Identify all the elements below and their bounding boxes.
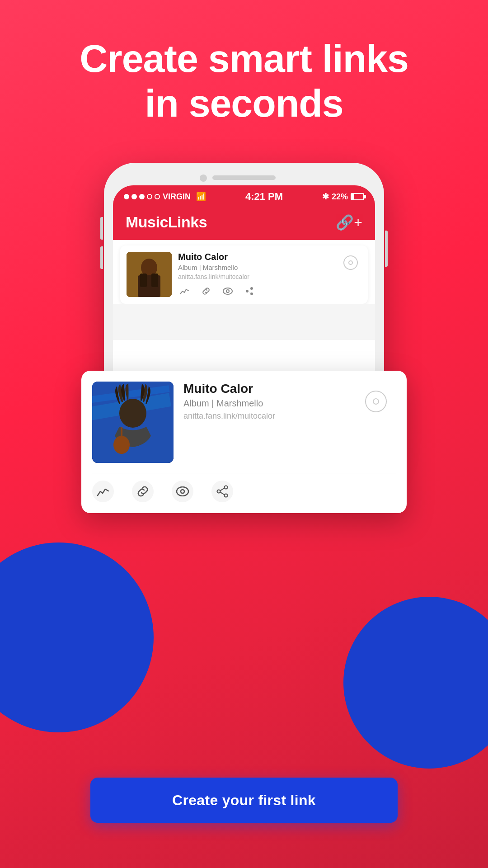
signal-dot-4 <box>147 194 152 199</box>
link-icon-small[interactable] <box>200 285 212 297</box>
hero-title-line2: in seconds <box>145 81 343 125</box>
hero-title-line1: Create smart links <box>80 37 408 80</box>
card-thumbnail-small <box>127 252 172 297</box>
card-expanded-url: anitta.fans.link/muitocalor <box>183 411 396 421</box>
create-first-link-button[interactable]: Create your first link <box>90 778 398 823</box>
front-camera <box>200 175 207 182</box>
volume-down-button <box>100 246 103 269</box>
card-info-small: Muito Calor Album | Marshmello anitta.fa… <box>178 252 361 297</box>
signal-dot-2 <box>131 194 137 199</box>
svg-line-18 <box>220 488 224 491</box>
svg-rect-3 <box>140 274 147 287</box>
card-expanded-subtitle: Album | Marshmello <box>183 398 396 409</box>
svg-rect-12 <box>121 427 122 447</box>
svg-point-14 <box>181 490 184 493</box>
analytics-icon-large[interactable] <box>92 481 114 502</box>
card-expanded-inner: Muito Calor Album | Marshmello anitta.fa… <box>92 382 396 463</box>
battery-percent: 22% <box>332 192 348 202</box>
svg-point-15 <box>225 486 228 489</box>
card-actions-small <box>178 285 361 297</box>
battery-tip <box>364 195 366 198</box>
phone-speaker <box>212 175 276 180</box>
wifi-icon: 📶 <box>196 192 206 202</box>
status-left: VIRGIN 📶 <box>124 192 206 202</box>
signal-dot-5 <box>155 194 160 199</box>
share-icon-large[interactable] <box>211 481 233 502</box>
svg-point-6 <box>226 290 229 292</box>
phone-bottom-area <box>113 304 375 340</box>
card-title-small: Muito Calor <box>178 252 361 262</box>
svg-point-16 <box>217 490 221 493</box>
preview-icon-small[interactable] <box>221 285 234 297</box>
artist-image-small <box>127 252 172 297</box>
card-subtitle-small: Album | Marshmello <box>178 264 361 271</box>
cta-button-label: Create your first link <box>172 792 316 809</box>
battery-icon <box>351 193 364 200</box>
preview-icon-large[interactable] <box>172 481 193 502</box>
signal-dot-1 <box>124 194 129 199</box>
carrier-text: VIRGIN <box>163 192 191 202</box>
hero-title: Create smart links in seconds <box>0 36 488 126</box>
disc-icon-large <box>365 391 387 412</box>
add-link-button[interactable]: 🔗+ <box>336 214 362 231</box>
signal-dot-3 <box>139 194 145 199</box>
status-bar: VIRGIN 📶 4:21 PM ✱ 22% <box>113 185 375 206</box>
card-expanded-actions <box>92 473 396 502</box>
artist-image-large <box>92 382 174 463</box>
card-url-small: anitta.fans.link/muitocalor <box>178 273 361 280</box>
analytics-icon-small[interactable] <box>178 285 191 297</box>
card-expanded-info: Muito Calor Album | Marshmello anitta.fa… <box>183 382 396 421</box>
app-title: MusicLinks <box>126 213 207 231</box>
disc-icon-small <box>343 255 358 270</box>
app-header: MusicLinks 🔗+ <box>113 206 375 240</box>
svg-point-10 <box>119 399 146 428</box>
card-thumbnail-large <box>92 382 174 463</box>
battery-fill <box>352 194 354 199</box>
volume-up-button <box>100 217 103 240</box>
power-button <box>385 231 388 267</box>
share-icon-small[interactable] <box>243 285 256 297</box>
svg-point-17 <box>225 494 228 497</box>
bluetooth-icon: ✱ <box>322 192 329 202</box>
status-time: 4:21 PM <box>245 191 283 203</box>
signal-bars <box>124 194 160 199</box>
disc-inner-small <box>348 260 353 265</box>
card-expanded-title: Muito Calor <box>183 382 396 396</box>
svg-point-13 <box>177 487 188 496</box>
status-right: ✱ 22% <box>322 192 364 202</box>
svg-point-5 <box>223 288 232 294</box>
battery-body <box>351 193 364 200</box>
music-card-small[interactable]: Muito Calor Album | Marshmello anitta.fa… <box>120 245 368 304</box>
link-icon-large[interactable] <box>132 481 154 502</box>
bg-circle-right <box>343 597 488 769</box>
disc-inner-large <box>373 398 379 405</box>
music-card-expanded[interactable]: Muito Calor Album | Marshmello anitta.fa… <box>81 371 407 513</box>
svg-rect-4 <box>151 274 158 287</box>
svg-line-19 <box>220 492 224 495</box>
bg-circle-left <box>0 542 154 732</box>
